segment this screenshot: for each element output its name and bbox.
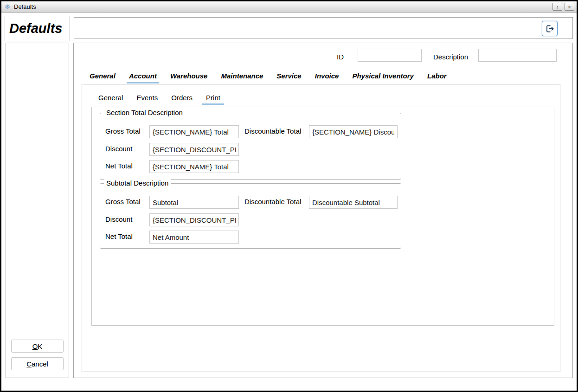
tab-maintenance[interactable]: Maintenance bbox=[218, 72, 265, 84]
main-panel: ID Description General Account Warehouse… bbox=[73, 43, 573, 378]
id-label: ID bbox=[337, 53, 344, 61]
titlebar-buttons: ↑ × bbox=[552, 3, 574, 11]
main-tab-strip: General Account Warehouse Maintenance Se… bbox=[87, 72, 449, 84]
subtotal-gross-total-input[interactable] bbox=[149, 196, 239, 209]
ok-button-mnemonic: O bbox=[32, 342, 38, 350]
description-label: Description bbox=[433, 53, 468, 61]
subtotal-net-total-label: Net Total bbox=[105, 232, 133, 240]
gross-total-input[interactable] bbox=[149, 125, 239, 138]
id-input[interactable] bbox=[358, 49, 422, 62]
subtotal-discount-label: Discount bbox=[105, 215, 132, 223]
close-button[interactable]: × bbox=[565, 3, 574, 11]
tab-labor[interactable]: Labor bbox=[425, 72, 449, 84]
account-tab-panel: General Events Orders Print Section Tota… bbox=[82, 84, 560, 372]
titlebar: ❆ Defaults ↑ × bbox=[1, 1, 577, 13]
print-tab-content: Section Total Description Gross Total Di… bbox=[91, 107, 554, 326]
subtotal-discountable-total-input[interactable] bbox=[309, 196, 398, 209]
tab-physical-inventory[interactable]: Physical Inventory bbox=[350, 72, 416, 84]
defaults-window: ❆ Defaults ↑ × Defaults OK Cancel bbox=[0, 0, 578, 392]
subtotal-net-total-input[interactable] bbox=[149, 231, 239, 244]
tab-warehouse[interactable]: Warehouse bbox=[168, 72, 210, 84]
sub-tab-strip: General Events Orders Print bbox=[95, 94, 224, 105]
discount-label: Discount bbox=[105, 145, 132, 153]
subtab-print[interactable]: Print bbox=[202, 94, 224, 105]
cancel-button-label: ancel bbox=[32, 360, 48, 368]
page-title: Defaults bbox=[5, 16, 70, 41]
cancel-button[interactable]: Cancel bbox=[11, 357, 64, 370]
maximize-button[interactable]: ↑ bbox=[552, 3, 562, 11]
subtotal-description-legend: Subtotal Description bbox=[104, 179, 171, 187]
subtab-orders[interactable]: Orders bbox=[167, 94, 196, 105]
subtotal-gross-total-label: Gross Total bbox=[105, 198, 141, 206]
subtab-general[interactable]: General bbox=[95, 94, 127, 105]
subtotal-description-group: Subtotal Description Gross Total Discoun… bbox=[100, 183, 401, 249]
section-total-description-group: Section Total Description Gross Total Di… bbox=[100, 113, 401, 180]
discount-input[interactable] bbox=[149, 143, 239, 156]
ok-button[interactable]: OK bbox=[11, 340, 64, 353]
subtotal-discount-input[interactable] bbox=[149, 213, 239, 226]
net-total-label: Net Total bbox=[105, 162, 133, 170]
discountable-total-input[interactable] bbox=[309, 125, 398, 138]
app-icon: ❆ bbox=[4, 3, 11, 11]
exit-icon bbox=[545, 24, 554, 33]
left-panel: OK Cancel bbox=[6, 43, 69, 378]
window-title: Defaults bbox=[14, 3, 36, 10]
discountable-total-label: Discountable Total bbox=[244, 127, 301, 135]
cancel-button-mnemonic: C bbox=[26, 360, 32, 368]
section-total-description-legend: Section Total Description bbox=[104, 109, 185, 116]
exit-button[interactable] bbox=[542, 21, 558, 36]
net-total-input[interactable] bbox=[149, 160, 239, 173]
toolbar bbox=[74, 17, 573, 39]
gross-total-label: Gross Total bbox=[105, 127, 141, 135]
subtab-events[interactable]: Events bbox=[133, 94, 161, 105]
tab-service[interactable]: Service bbox=[274, 72, 303, 84]
description-input[interactable] bbox=[478, 49, 557, 62]
tab-account[interactable]: Account bbox=[127, 72, 159, 84]
subtotal-discountable-total-label: Discountable Total bbox=[244, 198, 301, 206]
ok-button-label: K bbox=[38, 342, 42, 350]
tab-invoice[interactable]: Invoice bbox=[313, 72, 341, 84]
tab-general[interactable]: General bbox=[87, 72, 118, 84]
